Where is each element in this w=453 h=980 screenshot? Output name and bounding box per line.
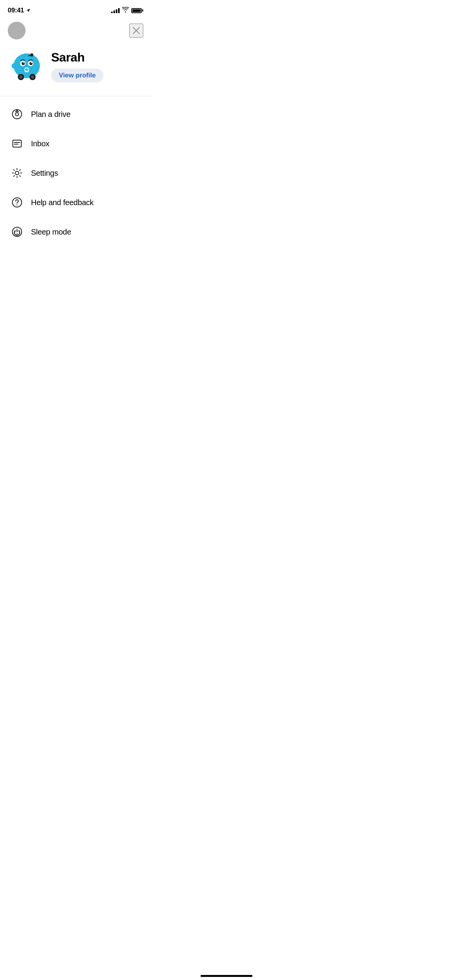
help-label: Help and feedback bbox=[31, 198, 94, 207]
top-nav bbox=[0, 19, 151, 43]
profile-info: Sarah View profile bbox=[51, 50, 103, 82]
signal-icon bbox=[111, 8, 120, 13]
svg-rect-21 bbox=[13, 140, 21, 147]
menu-item-sleep[interactable]: Sleep mode bbox=[0, 217, 151, 247]
svg-point-11 bbox=[12, 63, 17, 69]
menu-item-plan-drive[interactable]: Plan a drive bbox=[0, 99, 151, 129]
svg-point-19 bbox=[15, 113, 19, 116]
inbox-icon bbox=[11, 137, 23, 150]
location-arrow-icon bbox=[26, 8, 31, 13]
svg-line-17 bbox=[29, 55, 31, 56]
plan-drive-label: Plan a drive bbox=[31, 110, 70, 119]
sleep-icon bbox=[11, 226, 23, 238]
svg-point-15 bbox=[31, 75, 34, 79]
avatar[interactable] bbox=[8, 22, 26, 39]
status-time: 09:41 bbox=[8, 7, 24, 14]
close-button[interactable] bbox=[129, 24, 143, 38]
sleep-label: Sleep mode bbox=[31, 228, 71, 236]
svg-point-26 bbox=[17, 204, 17, 205]
svg-point-14 bbox=[19, 75, 22, 79]
waze-character bbox=[9, 49, 44, 84]
profile-section: Sarah View profile bbox=[0, 43, 151, 96]
menu-list: Plan a drive Inbox Settings bbox=[0, 96, 151, 250]
status-bar: 09:41 bbox=[0, 0, 151, 19]
wifi-icon bbox=[122, 7, 129, 14]
inbox-label: Inbox bbox=[31, 139, 49, 148]
help-icon bbox=[11, 196, 23, 209]
status-icons bbox=[111, 7, 143, 14]
svg-point-5 bbox=[23, 62, 24, 63]
menu-item-help[interactable]: Help and feedback bbox=[0, 188, 151, 217]
svg-point-6 bbox=[31, 62, 32, 63]
menu-item-settings[interactable]: Settings bbox=[0, 158, 151, 188]
svg-point-24 bbox=[15, 171, 19, 175]
view-profile-button[interactable]: View profile bbox=[51, 69, 103, 82]
close-icon bbox=[132, 27, 140, 34]
settings-icon bbox=[11, 167, 23, 179]
menu-item-inbox[interactable]: Inbox bbox=[0, 129, 151, 158]
svg-rect-10 bbox=[25, 71, 29, 72]
profile-name: Sarah bbox=[51, 50, 103, 65]
settings-label: Settings bbox=[31, 169, 58, 178]
svg-point-9 bbox=[26, 69, 28, 71]
battery-icon bbox=[131, 8, 143, 13]
plan-drive-icon bbox=[11, 108, 23, 120]
